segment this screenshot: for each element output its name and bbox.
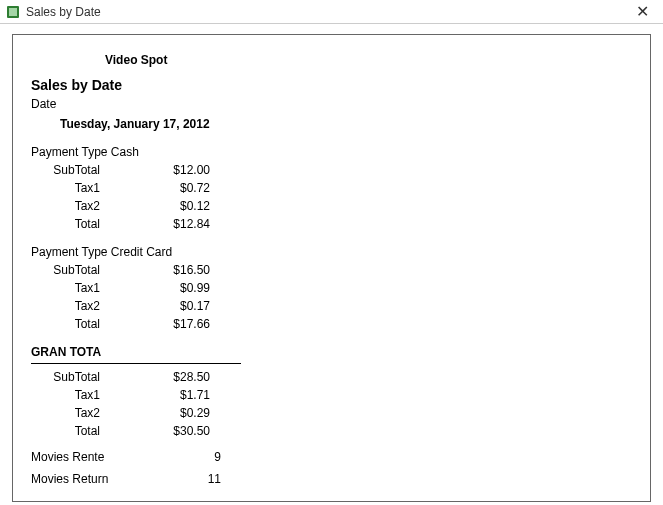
value-tax2: $0.12 (130, 199, 210, 213)
report-viewport: Video Spot Sales by Date Date Tuesday, J… (0, 24, 663, 502)
payment-type-name: Credit Card (111, 245, 172, 259)
grand-total-heading: GRAN TOTA (31, 345, 638, 359)
label-subtotal: SubTotal (25, 163, 130, 177)
label-total: Total (25, 424, 130, 438)
label-subtotal: SubTotal (25, 263, 130, 277)
row-tax2: Tax2 $0.17 (25, 299, 638, 313)
label-tax1: Tax1 (25, 181, 130, 195)
row-movies-returned: Movies Return 11 (31, 472, 638, 486)
divider (31, 363, 241, 364)
label-tax1: Tax1 (25, 281, 130, 295)
label-total: Total (25, 217, 130, 231)
value-grand-subtotal: $28.50 (130, 370, 210, 384)
row-movies-rented: Movies Rente 9 (31, 450, 638, 464)
payment-type-heading: Payment Type Cash (31, 145, 638, 159)
label-tax1: Tax1 (25, 388, 130, 402)
window-title: Sales by Date (26, 5, 628, 19)
value-total: $12.84 (130, 217, 210, 231)
value-grand-tax1: $1.71 (130, 388, 210, 402)
report-page: Video Spot Sales by Date Date Tuesday, J… (12, 34, 651, 502)
label-movies-returned: Movies Return (31, 472, 161, 486)
row-tax1: Tax1 $0.99 (25, 281, 638, 295)
value-tax1: $0.72 (130, 181, 210, 195)
value-grand-tax2: $0.29 (130, 406, 210, 420)
payment-type-prefix: Payment Type (31, 245, 108, 259)
row-subtotal: SubTotal $16.50 (25, 263, 638, 277)
value-grand-total: $30.50 (130, 424, 210, 438)
label-tax2: Tax2 (25, 406, 130, 420)
value-movies-rented: 9 (161, 450, 221, 464)
date-label: Date (31, 97, 638, 111)
payment-type-heading: Payment Type Credit Card (31, 245, 638, 259)
row-subtotal: SubTotal $12.00 (25, 163, 638, 177)
row-total: Total $12.84 (25, 217, 638, 231)
row-grand-total: Total $30.50 (25, 424, 638, 438)
svg-rect-1 (9, 8, 17, 16)
row-grand-subtotal: SubTotal $28.50 (25, 370, 638, 384)
label-movies-rented: Movies Rente (31, 450, 161, 464)
row-total: Total $17.66 (25, 317, 638, 331)
row-grand-tax2: Tax2 $0.29 (25, 406, 638, 420)
label-tax2: Tax2 (25, 299, 130, 313)
value-tax1: $0.99 (130, 281, 210, 295)
row-grand-tax1: Tax1 $1.71 (25, 388, 638, 402)
close-button[interactable]: ✕ (628, 2, 657, 22)
app-icon (6, 5, 20, 19)
value-movies-returned: 11 (161, 472, 221, 486)
payment-type-prefix: Payment Type (31, 145, 108, 159)
date-value: Tuesday, January 17, 2012 (60, 117, 638, 131)
value-tax2: $0.17 (130, 299, 210, 313)
row-tax2: Tax2 $0.12 (25, 199, 638, 213)
row-tax1: Tax1 $0.72 (25, 181, 638, 195)
label-tax2: Tax2 (25, 199, 130, 213)
title-bar: Sales by Date ✕ (0, 0, 663, 24)
label-subtotal: SubTotal (25, 370, 130, 384)
value-subtotal: $12.00 (130, 163, 210, 177)
value-subtotal: $16.50 (130, 263, 210, 277)
company-name: Video Spot (105, 53, 638, 67)
report-title: Sales by Date (31, 77, 638, 93)
payment-type-name: Cash (111, 145, 139, 159)
label-total: Total (25, 317, 130, 331)
value-total: $17.66 (130, 317, 210, 331)
